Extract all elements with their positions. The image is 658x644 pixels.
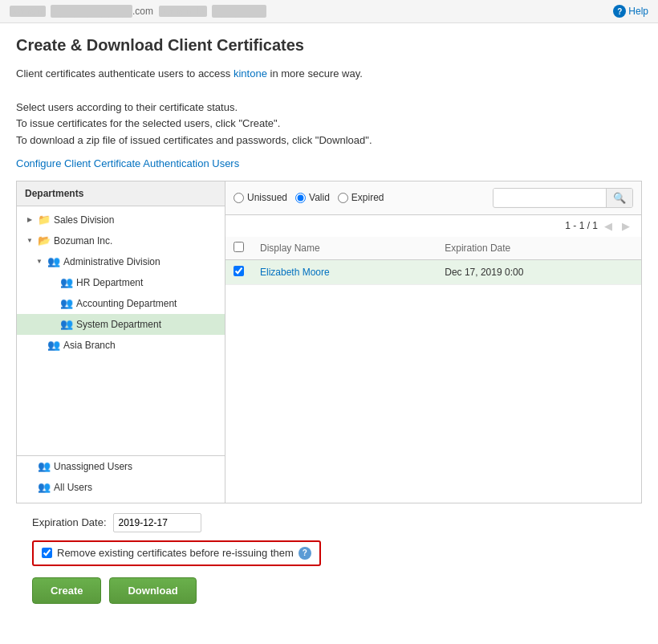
dept-item-unassigned[interactable]: 👥 Unassigned Users bbox=[17, 456, 225, 477]
radio-expired[interactable]: Expired bbox=[338, 192, 384, 203]
left-panel-bottom: 👥 Unassigned Users 👥 All Users bbox=[17, 455, 225, 498]
radio-input-expired[interactable] bbox=[338, 193, 348, 203]
group-icon-asia: 👥 bbox=[47, 339, 60, 351]
radio-label-expired: Expired bbox=[351, 192, 384, 203]
dept-item-hr[interactable]: 👥 HR Department bbox=[17, 272, 225, 293]
dept-item-all[interactable]: 👥 All Users bbox=[17, 477, 225, 498]
desc-line3: To issue certificates for the selected u… bbox=[16, 116, 642, 132]
info-icon[interactable]: ? bbox=[299, 547, 311, 560]
top-bar: Domain: ███████████.com Domain ID: █████… bbox=[0, 0, 658, 23]
group-icon-admin: 👥 bbox=[47, 255, 60, 267]
table-header-row: Display Name Expiration Date bbox=[225, 237, 641, 260]
expiration-label: Expiration Date: bbox=[32, 516, 107, 528]
radio-label-unissued: Unissued bbox=[247, 192, 287, 203]
search-input[interactable] bbox=[494, 189, 606, 206]
help-link[interactable]: ? Help bbox=[613, 5, 648, 18]
radio-input-unissued[interactable] bbox=[234, 193, 244, 203]
table-row: Elizabeth Moore Dec 17, 2019 0:00 bbox=[225, 259, 641, 284]
expand-icon-asia bbox=[33, 339, 46, 352]
dept-label-system: System Department bbox=[76, 319, 218, 330]
dept-item-sales[interactable]: 📁 Sales Division bbox=[17, 210, 225, 230]
help-label: Help bbox=[628, 6, 648, 17]
dept-label-asia: Asia Branch bbox=[63, 340, 218, 351]
search-box: 🔍 bbox=[493, 188, 633, 208]
col-display-name: Display Name bbox=[252, 237, 437, 260]
dept-item-admin[interactable]: 👥 Administrative Division bbox=[17, 251, 225, 272]
expand-icon-all bbox=[23, 481, 36, 494]
dept-tree: 📁 Sales Division 📂 Bozuman Inc. 👥 Admini… bbox=[17, 206, 225, 359]
group-icon-all: 👥 bbox=[38, 481, 51, 493]
domain-id-label: Domain ID: bbox=[159, 6, 207, 17]
domain-id-value: ███████ bbox=[212, 5, 266, 18]
group-icon-unassigned: 👥 bbox=[38, 460, 51, 472]
page-title: Create & Download Client Certificates bbox=[16, 36, 642, 55]
dept-item-bozuman[interactable]: 📂 Bozuman Inc. bbox=[17, 230, 225, 251]
row-checkbox-0[interactable] bbox=[234, 266, 244, 276]
dept-item-asia[interactable]: 👥 Asia Branch bbox=[17, 335, 225, 356]
domain-value: ███████████ bbox=[51, 5, 132, 18]
user-link-0[interactable]: Elizabeth Moore bbox=[260, 267, 330, 278]
help-icon: ? bbox=[613, 5, 626, 18]
download-button[interactable]: Download bbox=[109, 577, 196, 604]
footer-area: Expiration Date: Remove existing certifi… bbox=[16, 503, 642, 613]
expand-icon-admin bbox=[33, 255, 46, 268]
remove-certs-row: Remove existing certificates before re-i… bbox=[32, 540, 321, 566]
content-area: Departments 📁 Sales Division 📂 Bozuman I… bbox=[16, 181, 642, 503]
remove-certs-label: Remove existing certificates before re-i… bbox=[57, 547, 294, 559]
dept-label-all: All Users bbox=[54, 482, 218, 493]
users-table: Display Name Expiration Date Elizabeth M… bbox=[225, 237, 641, 285]
expand-icon-unassigned bbox=[23, 460, 36, 473]
col-expiration-date: Expiration Date bbox=[437, 237, 641, 260]
radio-unissued[interactable]: Unissued bbox=[234, 192, 287, 203]
kintone-link[interactable]: kintone bbox=[234, 67, 267, 79]
dept-label-accounting: Accounting Department bbox=[76, 298, 218, 309]
radio-label-valid: Valid bbox=[309, 192, 330, 203]
left-panel: Departments 📁 Sales Division 📂 Bozuman I… bbox=[17, 181, 225, 503]
group-icon-system: 👥 bbox=[60, 318, 73, 330]
expand-icon-system bbox=[46, 318, 59, 331]
radio-group: Unissued Valid Expired bbox=[234, 192, 384, 203]
desc-line4: To download a zip file of issued certifi… bbox=[16, 132, 642, 149]
table-area: Display Name Expiration Date Elizabeth M… bbox=[225, 237, 641, 503]
prev-page-button[interactable]: ◀ bbox=[601, 218, 615, 234]
departments-header: Departments bbox=[17, 181, 225, 206]
remove-certs-checkbox[interactable] bbox=[42, 548, 52, 558]
group-icon-accounting: 👥 bbox=[60, 297, 73, 309]
config-link[interactable]: Configure Client Certificate Authenticat… bbox=[16, 157, 642, 169]
expand-icon-hr bbox=[46, 276, 59, 289]
domain-info: Domain: ███████████.com Domain ID: █████… bbox=[10, 6, 266, 17]
search-button[interactable]: 🔍 bbox=[606, 189, 632, 207]
expiration-date-0: Dec 17, 2019 0:00 bbox=[437, 259, 641, 284]
domain-label: Domain: bbox=[10, 6, 46, 17]
desc-line2: Select users according to their certific… bbox=[16, 100, 642, 116]
description-block: Client certificates authenticate users t… bbox=[16, 66, 642, 149]
dept-label-hr: HR Department bbox=[76, 277, 218, 288]
button-row: Create Download bbox=[32, 577, 626, 604]
expand-icon-sales bbox=[23, 214, 36, 226]
next-page-button[interactable]: ▶ bbox=[619, 218, 633, 234]
expand-icon-accounting bbox=[46, 297, 59, 310]
expiration-date-input[interactable] bbox=[113, 513, 201, 532]
dept-label-admin: Administrative Division bbox=[63, 256, 218, 267]
filter-bar: Unissued Valid Expired 🔍 bbox=[225, 181, 641, 215]
folder-icon-bozuman: 📂 bbox=[38, 234, 51, 247]
create-button[interactable]: Create bbox=[32, 577, 101, 604]
dept-label-unassigned: Unassigned Users bbox=[54, 461, 218, 472]
folder-icon-sales: 📁 bbox=[38, 214, 51, 226]
dept-label-bozuman: Bozuman Inc. bbox=[54, 235, 218, 247]
group-icon-hr: 👥 bbox=[60, 276, 73, 288]
expiration-row: Expiration Date: bbox=[32, 513, 626, 532]
right-panel: Unissued Valid Expired 🔍 bbox=[225, 181, 641, 503]
dept-item-system[interactable]: 👥 System Department bbox=[17, 314, 225, 335]
dept-item-accounting[interactable]: 👥 Accounting Department bbox=[17, 293, 225, 314]
dept-label-sales: Sales Division bbox=[54, 214, 218, 226]
pagination-row: 1 - 1 / 1 ◀ ▶ bbox=[225, 215, 641, 237]
radio-input-valid[interactable] bbox=[295, 193, 306, 203]
radio-valid[interactable]: Valid bbox=[295, 192, 330, 203]
expand-icon-bozuman bbox=[23, 234, 36, 247]
pagination-text: 1 - 1 / 1 bbox=[565, 220, 598, 231]
select-all-checkbox[interactable] bbox=[234, 242, 244, 252]
